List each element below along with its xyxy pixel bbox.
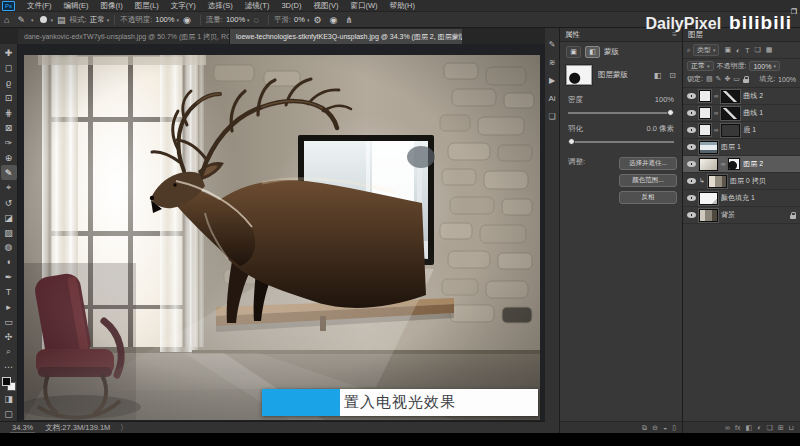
adjustment-mask-thumbnail[interactable]: [699, 90, 711, 102]
lock-transparency-icon[interactable]: ▧: [706, 75, 713, 83]
footer-icon[interactable]: ◒: [663, 424, 667, 431]
visibility-eye-icon[interactable]: [687, 212, 696, 218]
curves-thumbnail[interactable]: [721, 107, 740, 120]
menu-view[interactable]: 视图(V): [307, 1, 344, 11]
room-layer-thumbnail[interactable]: [708, 175, 727, 188]
fill-layer-thumbnail[interactable]: [699, 192, 718, 205]
filter-type-icon[interactable]: T: [745, 47, 749, 54]
layer-row-copy[interactable]: ↳ 图层 0 拷贝: [683, 173, 800, 190]
visibility-eye-icon[interactable]: [687, 110, 696, 116]
deer-layer-thumbnail[interactable]: [721, 124, 740, 137]
mask-badge-icon[interactable]: ◧: [654, 71, 662, 80]
dodge-tool[interactable]: ◖: [1, 255, 17, 270]
layer-row-curves-2[interactable]: ∞ 曲线 2: [683, 88, 800, 105]
feather-slider-knob[interactable]: [568, 138, 575, 145]
layer-name[interactable]: 颜色填充 1: [721, 193, 755, 203]
canvas-viewport[interactable]: 置入电视光效果: [18, 44, 545, 421]
curves-thumbnail[interactable]: [721, 90, 740, 103]
layer-style-fx-icon[interactable]: fx: [735, 424, 740, 431]
delete-layer-icon[interactable]: ⊔: [789, 424, 794, 432]
layer-name[interactable]: 鹿 1: [743, 125, 756, 135]
lock-position-icon[interactable]: ✥: [724, 75, 730, 83]
zoom-level-field[interactable]: 34.3%: [10, 423, 35, 433]
menu-window[interactable]: 窗口(W): [344, 1, 383, 11]
layer-mask-thumbnail[interactable]: [566, 65, 592, 85]
background-thumbnail[interactable]: [699, 209, 718, 222]
color-swatches[interactable]: [2, 377, 16, 391]
footer-icon[interactable]: ⊖: [652, 424, 658, 432]
mask-options-icon[interactable]: ⊡: [669, 71, 676, 80]
feather-slider[interactable]: [568, 141, 674, 143]
filter-type-select[interactable]: 类型▾: [693, 44, 720, 56]
footer-icon[interactable]: ▯: [672, 424, 676, 432]
gear-icon[interactable]: ⚙: [313, 15, 321, 25]
foreground-color-swatch[interactable]: [2, 377, 11, 386]
lock-pixels-icon[interactable]: ✎: [716, 75, 722, 83]
layer-row-curves-1[interactable]: ∞ 曲线 1: [683, 105, 800, 122]
lock-artboard-icon[interactable]: ▭: [733, 75, 740, 83]
layer-row-background[interactable]: 背景: [683, 207, 800, 224]
brushes-icon[interactable]: ≋: [549, 58, 556, 67]
brush-tool-icon[interactable]: ✎: [17, 15, 25, 25]
tab-properties[interactable]: 属性: [565, 30, 580, 40]
layer-name[interactable]: 背景: [721, 210, 735, 220]
mask-icon[interactable]: ◧: [585, 46, 600, 58]
footer-icon[interactable]: ⧉: [642, 424, 647, 432]
path-selection-tool[interactable]: ▸: [1, 300, 17, 315]
pressure-opacity-icon[interactable]: ◉: [183, 15, 191, 25]
zoom-tool[interactable]: ⌕: [1, 344, 17, 359]
adjustment-mask-thumbnail[interactable]: [699, 107, 711, 119]
feather-value[interactable]: 0.0 像素: [646, 124, 674, 134]
menu-filter[interactable]: 滤镜(T): [239, 1, 276, 11]
filter-shape-icon[interactable]: ❏: [755, 46, 761, 54]
layer-opacity-select[interactable]: 100%▾: [749, 61, 779, 71]
layer-row-deer[interactable]: ∞ 鹿 1: [683, 122, 800, 139]
lock-all-icon[interactable]: [743, 79, 749, 83]
document-tab-2[interactable]: loewe-technologies-stknfytKE3Q-unsplash.…: [230, 29, 462, 44]
healing-brush-tool[interactable]: ⊕: [1, 150, 17, 165]
link-layers-icon[interactable]: ∞: [725, 424, 730, 431]
libraries-icon[interactable]: ▶: [549, 76, 555, 85]
visibility-eye-icon[interactable]: [687, 144, 696, 150]
flow-value[interactable]: 100%: [226, 15, 245, 24]
filter-pixel-icon[interactable]: ▣: [724, 46, 731, 54]
eyedropper-tool[interactable]: ✑: [1, 136, 17, 151]
filter-adjustment-icon[interactable]: ◐: [736, 47, 740, 54]
airbrush-icon[interactable]: ◌: [254, 15, 259, 25]
frame-tool[interactable]: ⊠: [1, 121, 17, 136]
quick-mask-icon[interactable]: ◨: [1, 391, 17, 406]
brush-settings-icon[interactable]: ✎: [549, 40, 556, 49]
home-icon[interactable]: ⌂: [4, 15, 9, 25]
visibility-eye-icon[interactable]: [687, 127, 696, 133]
marquee-tool[interactable]: ◻: [1, 61, 17, 76]
comments-icon[interactable]: ❏: [548, 112, 555, 121]
document-tab-1[interactable]: dane-yankovic-edxTW7ytl-unsplash.jpg @ 5…: [18, 29, 230, 44]
visibility-eye-icon[interactable]: [687, 195, 696, 201]
shape-tool[interactable]: ▭: [1, 315, 17, 330]
brush-tool[interactable]: ✎: [1, 165, 17, 180]
layer-mask-thumbnail[interactable]: [728, 158, 740, 170]
history-brush-tool[interactable]: ↺: [1, 195, 17, 210]
brush-preview-icon[interactable]: [40, 16, 47, 23]
clone-stamp-tool[interactable]: ⌖: [1, 180, 17, 195]
menu-help[interactable]: 帮助(H): [384, 1, 421, 11]
density-slider-knob[interactable]: [667, 109, 674, 116]
layer-row-fill[interactable]: 颜色填充 1: [683, 190, 800, 207]
symmetry-icon[interactable]: ⋔: [345, 15, 353, 25]
pen-tool[interactable]: ✒: [1, 270, 17, 285]
blend-mode-select[interactable]: 正常▾: [687, 61, 714, 71]
layer-name[interactable]: 曲线 1: [743, 108, 763, 118]
layer-row-selected[interactable]: ∞ 图层 2: [683, 156, 800, 173]
screen-mode-icon[interactable]: ▢: [1, 406, 17, 421]
opacity-value[interactable]: 100%: [155, 15, 174, 24]
menu-type[interactable]: 文字(Y): [165, 1, 202, 11]
panel-toggle-icon[interactable]: ▤: [57, 15, 66, 25]
invert-button[interactable]: 反相: [619, 191, 677, 204]
layer-name[interactable]: 图层 0 拷贝: [730, 176, 766, 186]
menu-layer[interactable]: 图层(L): [129, 1, 165, 11]
menu-image[interactable]: 图像(I): [95, 1, 129, 11]
type-tool[interactable]: T: [1, 285, 17, 300]
color-range-button[interactable]: 颜色范围...: [619, 174, 677, 187]
new-layer-icon[interactable]: ⊞: [778, 424, 784, 432]
visibility-eye-icon[interactable]: [687, 93, 696, 99]
